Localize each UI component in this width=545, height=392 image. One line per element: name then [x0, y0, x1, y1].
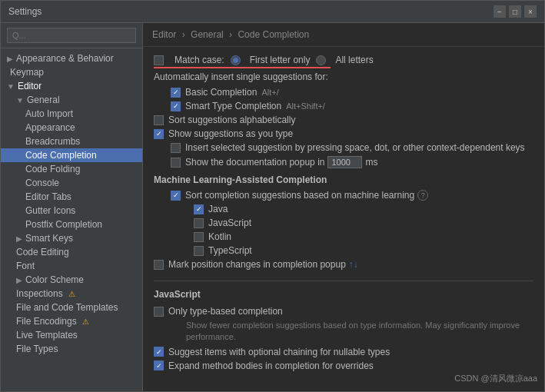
sidebar-item-font[interactable]: Font — [1, 259, 142, 273]
type-based-checkbox[interactable] — [154, 307, 164, 317]
sidebar-item-file-encodings[interactable]: File Encodings — [1, 314, 142, 328]
insert-space-checkbox[interactable] — [171, 143, 181, 153]
sidebar-item-appearance-behavior[interactable]: ▶Appearance & Behavior — [1, 51, 142, 65]
arrow-icon: ▶ — [16, 276, 22, 284]
show-doc-checkbox[interactable] — [171, 158, 181, 168]
doc-popup-input[interactable] — [327, 156, 362, 168]
javascript-label: JavaScript — [208, 218, 251, 228]
basic-completion-shortcut: Alt+/ — [261, 88, 278, 97]
sidebar-item-gutter-icons[interactable]: Gutter Icons — [1, 204, 142, 218]
typescript-label: TypeScript — [208, 245, 252, 256]
radio-first-letter[interactable] — [231, 55, 241, 65]
match-case-checkbox[interactable] — [154, 55, 164, 65]
search-input[interactable] — [7, 28, 136, 43]
breadcrumb: Editor › General › Code Completion — [143, 23, 544, 47]
sidebar-item-color-scheme[interactable]: ▶Color Scheme — [1, 273, 142, 287]
arrow-down-icon: ▼ — [7, 82, 15, 91]
sort-alpha-label: Sort suggestions alphabetically — [168, 115, 295, 125]
sidebar-item-auto-import[interactable]: Auto Import — [1, 107, 142, 121]
window-controls: − □ × — [493, 5, 537, 18]
sidebar-item-live-templates[interactable]: Live Templates — [1, 328, 142, 342]
breadcrumb-editor: Editor — [152, 29, 176, 40]
smart-type-shortcut: Alt+Shift+/ — [286, 101, 325, 111]
main-panel: Editor › General › Code Completion Match… — [143, 23, 544, 391]
sidebar-item-file-types[interactable]: File Types — [1, 342, 142, 356]
match-case-row: Match case: First letter only All letter… — [154, 55, 533, 65]
radio-first-letter-label: First letter only — [250, 55, 311, 65]
minimize-button[interactable]: − — [493, 5, 506, 18]
expand-method-label: Expand method bodies in completion for o… — [168, 360, 374, 371]
sidebar-item-general[interactable]: ▼General — [1, 93, 142, 107]
show-typing-label: Show suggestions as you type — [168, 128, 293, 139]
mark-position-label: Mark position changes in completion popu… — [168, 259, 346, 270]
insert-space-label: Insert selected suggestion by pressing s… — [185, 142, 525, 153]
suggest-chaining-label: Suggest items with optional chaining for… — [168, 347, 390, 357]
ms-label: ms — [365, 157, 377, 168]
option-show-doc: Show the documentation popup in ms — [154, 156, 533, 168]
search-container — [1, 23, 142, 48]
breadcrumb-sep2: › — [229, 29, 234, 40]
basic-completion-label: Basic Completion — [185, 87, 257, 98]
help-icon[interactable]: ? — [417, 190, 428, 201]
type-based-label: Only type-based completion — [168, 306, 283, 317]
settings-window: Settings − □ × ▶Appearance & Behavior Ke… — [0, 0, 545, 392]
sort-alpha-checkbox[interactable] — [154, 115, 164, 125]
suggest-chaining-checkbox[interactable] — [154, 347, 164, 357]
sidebar-item-code-completion[interactable]: Code Completion — [1, 148, 142, 162]
typescript-checkbox[interactable] — [194, 246, 204, 256]
main-content-area: ▶Appearance & Behavior Keymap ▼Editor ▼G… — [1, 23, 544, 391]
sidebar-item-editor-tabs[interactable]: Editor Tabs — [1, 190, 142, 204]
expand-method-checkbox[interactable] — [154, 360, 164, 370]
watermark: CSDN @清风微凉aaa — [454, 373, 537, 384]
sidebar-item-editor[interactable]: ▼Editor — [1, 79, 142, 93]
sidebar-item-inspections[interactable]: Inspections — [1, 287, 142, 301]
js-section-title: JavaScript — [154, 289, 533, 300]
option-kotlin: Kotlin — [154, 231, 533, 242]
sidebar-item-code-editing[interactable]: Code Editing — [1, 245, 142, 259]
window-title: Settings — [8, 6, 42, 17]
sidebar-item-breadcrumbs[interactable]: Breadcrumbs — [1, 135, 142, 148]
basic-completion-checkbox[interactable] — [171, 88, 181, 98]
breadcrumb-sep1: › — [182, 29, 188, 40]
smart-type-checkbox[interactable] — [171, 101, 181, 111]
show-doc-label: Show the documentation popup in — [185, 157, 324, 168]
option-javascript: JavaScript — [154, 218, 533, 228]
option-typescript: TypeScript — [154, 245, 533, 256]
nav-tree: ▶Appearance & Behavior Keymap ▼Editor ▼G… — [1, 48, 142, 391]
radio-all-letters[interactable] — [316, 55, 326, 65]
maximize-button[interactable]: □ — [509, 5, 521, 18]
option-mark-position: Mark position changes in completion popu… — [154, 259, 533, 270]
sidebar-item-keymap[interactable]: Keymap — [1, 65, 142, 79]
breadcrumb-code-completion: Code Completion — [238, 29, 309, 40]
show-typing-checkbox[interactable] — [154, 129, 164, 139]
javascript-checkbox[interactable] — [194, 218, 204, 228]
kotlin-checkbox[interactable] — [194, 232, 204, 242]
sidebar-item-appearance[interactable]: Appearance — [1, 121, 142, 135]
option-smart-type: Smart Type Completion Alt+Shift+/ — [154, 101, 533, 111]
sort-ml-checkbox[interactable] — [171, 191, 181, 201]
option-suggest-chaining: Suggest items with optional chaining for… — [154, 347, 533, 357]
type-based-subtext: Show fewer completion suggestions based … — [154, 320, 533, 344]
close-button[interactable]: × — [524, 5, 537, 18]
option-show-typing: Show suggestions as you type — [154, 128, 533, 139]
java-checkbox[interactable] — [194, 204, 204, 214]
option-sort-alpha: Sort suggestions alphabetically — [154, 115, 533, 125]
js-section: JavaScript Only type-based completion Sh… — [154, 281, 533, 371]
breadcrumb-general: General — [191, 29, 224, 40]
arrow-down-icon: ▼ — [16, 96, 24, 105]
option-java: Java — [154, 204, 533, 214]
radio-all-letters-label: All letters — [335, 55, 373, 65]
sort-ml-label: Sort completion suggestions based on mac… — [185, 190, 414, 201]
option-insert-space: Insert selected suggestion by pressing s… — [154, 142, 533, 153]
sidebar-item-code-folding[interactable]: Code Folding — [1, 162, 142, 176]
sidebar: ▶Appearance & Behavior Keymap ▼Editor ▼G… — [1, 23, 143, 391]
sidebar-item-smart-keys[interactable]: ▶Smart Keys — [1, 231, 142, 245]
sidebar-item-file-code-templates[interactable]: File and Code Templates — [1, 301, 142, 314]
option-type-based: Only type-based completion — [154, 306, 533, 317]
sidebar-item-postfix-completion[interactable]: Postfix Completion — [1, 218, 142, 231]
arrow-icon: ▶ — [7, 55, 13, 63]
option-expand-method: Expand method bodies in completion for o… — [154, 360, 533, 371]
mark-position-checkbox[interactable] — [154, 260, 164, 270]
arrow-icon: ▶ — [16, 234, 22, 243]
sidebar-item-console[interactable]: Console — [1, 176, 142, 190]
